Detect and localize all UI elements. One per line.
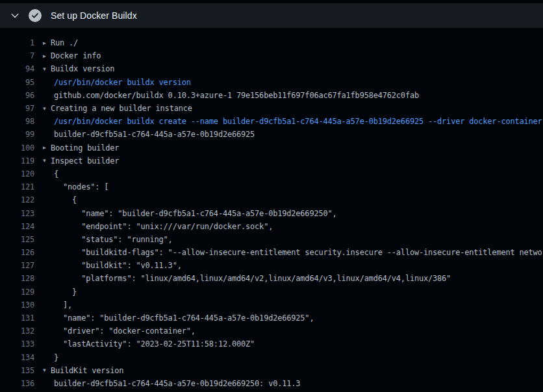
- line-number[interactable]: 132: [0, 326, 34, 336]
- log-group-title: Docker info: [51, 51, 101, 60]
- line-number[interactable]: 7: [0, 51, 34, 60]
- log-group-title: Booting builder: [51, 143, 119, 153]
- log-line: 129 }: [0, 286, 543, 299]
- line-number[interactable]: 136: [0, 379, 34, 388]
- line-number[interactable]: 127: [0, 261, 34, 270]
- log-group-title: Creating a new builder instance: [51, 104, 192, 113]
- log-line: 124 "endpoint": "unix:///var/run/docker.…: [0, 220, 543, 233]
- log-output-text: "lastActivity": "2023-02-25T11:58:12.000…: [54, 339, 255, 349]
- log-line: 125 "status": "running",: [0, 233, 543, 246]
- log-line: 134}: [0, 351, 543, 364]
- group-collapsed-arrow-icon[interactable]: ▶: [43, 53, 51, 59]
- group-expanded-arrow-icon[interactable]: ▼: [43, 66, 51, 72]
- log-line: 100▶Booting builder: [0, 141, 543, 154]
- log-line: 95/usr/bin/docker buildx version: [0, 76, 543, 89]
- log-line: 119▼Inspect builder: [0, 154, 543, 167]
- line-number[interactable]: 99: [0, 130, 34, 139]
- line-number[interactable]: 128: [0, 274, 34, 283]
- log-line: 132 "driver": "docker-container",: [0, 325, 543, 337]
- check-circle-icon: [29, 9, 42, 22]
- log-command-text: /usr/bin/docker buildx version: [54, 78, 191, 87]
- log-output-text: "driver": "docker-container",: [54, 326, 196, 336]
- line-number[interactable]: 120: [0, 169, 34, 178]
- log-group-header[interactable]: ▼Inspect builder: [43, 156, 119, 165]
- log-output-text: {: [54, 169, 58, 178]
- group-expanded-arrow-icon[interactable]: ▼: [43, 106, 51, 112]
- line-number[interactable]: 97: [0, 104, 34, 113]
- line-number[interactable]: 126: [0, 248, 34, 257]
- log-line: 96github.com/docker/buildx 0.10.3+azure-…: [0, 89, 543, 102]
- group-collapsed-arrow-icon[interactable]: ▶: [43, 40, 51, 46]
- log-output-text: "name": "builder-d9cfb5a1-c764-445a-a57e…: [54, 209, 337, 218]
- log-output-text: "endpoint": "unix:///var/run/docker.sock…: [54, 222, 273, 231]
- log-output-text: "name": "builder-d9cfb5a1-c764-445a-a57e…: [54, 313, 314, 323]
- log-line: 133 "lastActivity": "2023-02-25T11:58:12…: [0, 337, 543, 350]
- log-group-header[interactable]: ▶Run ./: [43, 38, 78, 47]
- log-group-header[interactable]: ▶Booting builder: [43, 143, 119, 153]
- log-output-text: github.com/docker/buildx 0.10.3+azure-1 …: [54, 91, 419, 100]
- log-command-text: /usr/bin/docker buildx create --name bui…: [54, 117, 542, 126]
- group-expanded-arrow-icon[interactable]: ▼: [43, 367, 51, 373]
- line-number[interactable]: 95: [0, 78, 34, 87]
- log-output-text: "buildkit": "v0.11.3",: [54, 261, 182, 270]
- log-output-text: "status": "running",: [54, 235, 173, 244]
- step-header[interactable]: Set up Docker Buildx: [0, 3, 543, 28]
- log-line: 7▶Docker info: [0, 49, 543, 62]
- log-output-text: ],: [54, 300, 72, 310]
- log-output-text: "nodes": [: [54, 182, 108, 191]
- log-line: 98/usr/bin/docker buildx create --name b…: [0, 115, 543, 128]
- log-group-title: BuildKit version: [51, 366, 123, 375]
- line-number[interactable]: 96: [0, 91, 34, 100]
- line-number[interactable]: 121: [0, 182, 34, 191]
- log-line: 121 "nodes": [: [0, 180, 543, 193]
- log-output-text: builder-d9cfb5a1-c764-445a-a57e-0b19d2e6…: [54, 379, 300, 388]
- log-line: 99builder-d9cfb5a1-c764-445a-a57e-0b19d2…: [0, 128, 543, 141]
- log-line: 1▶Run ./: [0, 36, 543, 49]
- line-number[interactable]: 129: [0, 288, 34, 297]
- log-line: 94▼Buildx version: [0, 62, 543, 75]
- line-number[interactable]: 135: [0, 366, 34, 375]
- line-number[interactable]: 134: [0, 353, 34, 362]
- log-line: 97▼Creating a new builder instance: [0, 102, 543, 115]
- log-output-text: "platforms": "linux/amd64,linux/amd64/v2…: [54, 274, 451, 283]
- line-number[interactable]: 119: [0, 156, 34, 165]
- log-output-text: builder-d9cfb5a1-c764-445a-a57e-0b19d2e6…: [54, 130, 255, 139]
- line-number[interactable]: 100: [0, 143, 34, 153]
- log-group-header[interactable]: ▼Creating a new builder instance: [43, 104, 192, 113]
- log-line: 131 "name": "builder-d9cfb5a1-c764-445a-…: [0, 312, 543, 325]
- log-group-title: Inspect builder: [51, 156, 119, 165]
- log-line: 128 "platforms": "linux/amd64,linux/amd6…: [0, 272, 543, 285]
- line-number[interactable]: 123: [0, 209, 34, 218]
- log-group-header[interactable]: ▼BuildKit version: [43, 366, 123, 375]
- log-line: 135▼BuildKit version: [0, 364, 543, 377]
- log-line: 136builder-d9cfb5a1-c764-445a-a57e-0b19d…: [0, 377, 543, 390]
- line-number[interactable]: 1: [0, 38, 34, 47]
- log-output-text: }: [54, 288, 77, 297]
- log-group-title: Run ./: [51, 38, 78, 47]
- line-number[interactable]: 133: [0, 339, 34, 349]
- line-number[interactable]: 130: [0, 300, 34, 310]
- line-number[interactable]: 125: [0, 235, 34, 244]
- step-title: Set up Docker Buildx: [51, 10, 137, 21]
- line-number[interactable]: 98: [0, 117, 34, 126]
- line-number[interactable]: 94: [0, 64, 34, 73]
- line-number[interactable]: 124: [0, 222, 34, 231]
- line-number[interactable]: 131: [0, 313, 34, 323]
- log-group-header[interactable]: ▼Buildx version: [43, 64, 114, 73]
- log-line: 127 "buildkit": "v0.11.3",: [0, 259, 543, 272]
- line-number[interactable]: 122: [0, 195, 34, 204]
- log-line: 122 {: [0, 193, 543, 206]
- group-expanded-arrow-icon[interactable]: ▼: [43, 158, 51, 164]
- log-line: 120{: [0, 167, 543, 180]
- log-line: 126 "buildkitd-flags": "--allow-insecure…: [0, 246, 543, 259]
- chevron-down-icon[interactable]: [10, 10, 20, 21]
- log-group-header[interactable]: ▶Docker info: [43, 51, 101, 60]
- log-output-text: "buildkitd-flags": "--allow-insecure-ent…: [54, 248, 543, 257]
- group-collapsed-arrow-icon[interactable]: ▶: [43, 145, 51, 151]
- log-lines: 1▶Run ./7▶Docker info94▼Buildx version95…: [0, 28, 543, 390]
- log-output-text: {: [54, 195, 77, 204]
- actions-log-viewer: Set up Docker Buildx 1▶Run ./7▶Docker in…: [0, 0, 543, 392]
- log-line: 123 "name": "builder-d9cfb5a1-c764-445a-…: [0, 206, 543, 219]
- log-line: 130 ],: [0, 299, 543, 312]
- log-group-title: Buildx version: [51, 64, 114, 73]
